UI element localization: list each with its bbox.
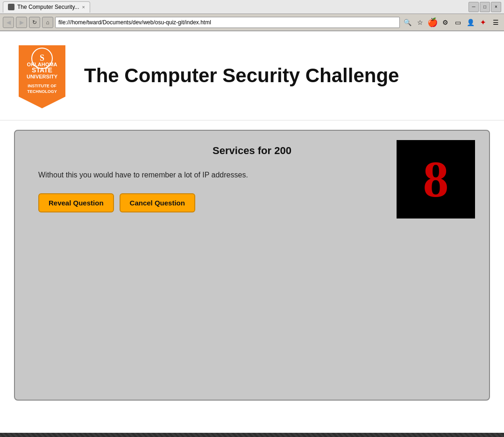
home-button[interactable]: ⌂ xyxy=(42,17,53,28)
tab-close-button[interactable]: × xyxy=(82,4,85,10)
osu-logo: OKLAHOMA STATE UNIVERSITY S INSTITUTE OF… xyxy=(14,41,70,111)
forward-button[interactable]: ▶ xyxy=(16,17,27,28)
user-icon[interactable]: 👤 xyxy=(465,17,476,28)
quiz-panel: Services for 200 Without this you would … xyxy=(14,130,490,401)
settings-icon[interactable]: ⚙ xyxy=(440,17,451,28)
browser-tab[interactable]: The Computer Security... × xyxy=(3,1,90,13)
nav-icon-1[interactable]: 🍎 xyxy=(427,17,438,28)
score-display: 8 xyxy=(397,140,475,218)
close-button[interactable]: × xyxy=(491,2,501,12)
minimize-button[interactable]: ─ xyxy=(469,2,479,12)
star-icon[interactable]: ☆ xyxy=(414,17,426,28)
nav-icon-3[interactable]: ✦ xyxy=(477,17,489,28)
address-bar[interactable] xyxy=(55,17,400,28)
nav-bar: ◀ ▶ ↻ ⌂ 🔍 ☆ 🍎 ⚙ ▭ 👤 ✦ ☰ xyxy=(0,14,504,31)
tab-title: The Computer Security... xyxy=(17,4,79,10)
nav-icon-2[interactable]: ▭ xyxy=(452,17,463,28)
reveal-question-button[interactable]: Reveal Question xyxy=(38,193,114,212)
page-header: OKLAHOMA STATE UNIVERSITY S INSTITUTE OF… xyxy=(0,31,504,120)
tab-favicon xyxy=(8,4,14,10)
page-title: The Computer Security Challenge xyxy=(84,64,399,87)
page-content: OKLAHOMA STATE UNIVERSITY S INSTITUTE OF… xyxy=(0,31,504,433)
title-bar: The Computer Security... × ─ □ × xyxy=(0,0,504,14)
svg-text:INSTITUTE OF: INSTITUTE OF xyxy=(28,84,57,88)
nav-icons: 🔍 ☆ 🍎 ⚙ ▭ 👤 ✦ ☰ xyxy=(402,17,501,28)
search-icon[interactable]: 🔍 xyxy=(402,17,413,28)
back-button[interactable]: ◀ xyxy=(3,17,14,28)
cancel-question-button[interactable]: Cancel Question xyxy=(120,193,195,212)
score-number: 8 xyxy=(423,154,449,205)
refresh-button[interactable]: ↻ xyxy=(29,17,40,28)
menu-icon[interactable]: ☰ xyxy=(490,17,501,28)
window-controls: ─ □ × xyxy=(469,2,501,12)
restore-button[interactable]: □ xyxy=(480,2,490,12)
svg-text:TECHNOLOGY: TECHNOLOGY xyxy=(27,89,57,94)
svg-text:STATE: STATE xyxy=(32,66,52,74)
svg-text:S: S xyxy=(40,53,44,63)
svg-text:UNIVERSITY: UNIVERSITY xyxy=(27,74,58,79)
browser-chrome: The Computer Security... × ─ □ × ◀ ▶ ↻ ⌂… xyxy=(0,0,504,31)
